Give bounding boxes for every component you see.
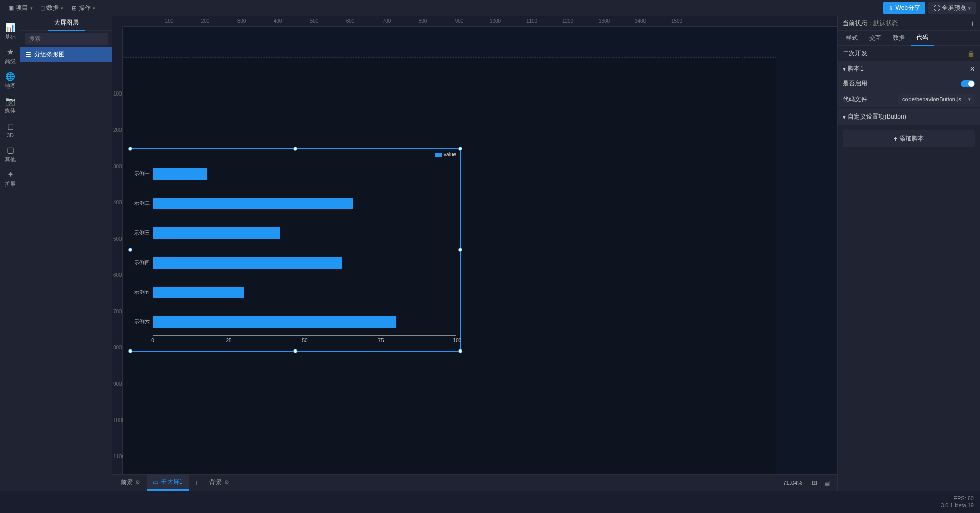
btab-label: 背景	[209, 478, 222, 487]
fit-screen-button[interactable]: ⊞	[810, 479, 819, 487]
chevron-down-icon: ▾	[61, 6, 63, 11]
add-tab-button[interactable]: +	[189, 476, 203, 490]
selected-chart[interactable]: value 示例一示例二示例三示例四示例五示例六 0255075100	[130, 148, 461, 352]
props-state-header: 当前状态： 默认状态 +	[838, 16, 980, 31]
layout-button[interactable]: ▤	[823, 479, 831, 487]
chevron-down-icon: ▾	[93, 6, 95, 11]
caret-down-icon: ▾	[843, 65, 846, 73]
close-icon[interactable]: ✕	[970, 65, 975, 73]
puzzle-icon: ✦	[7, 170, 14, 179]
lock-icon[interactable]: 🔒	[967, 50, 975, 57]
props-tabs: 样式 交互 数据 代码	[838, 31, 980, 46]
section-title: 二次开发	[843, 49, 867, 58]
sidebar-item-map[interactable]: 🌐地图	[0, 68, 20, 93]
sidebar-item-other[interactable]: ▢其他	[0, 142, 20, 167]
bottom-tab-bar: 前景 ⚙ ▭ 子大屏1 + 背景 ⚙ 71.04% ⊞ ▤	[112, 474, 837, 491]
legend-label: value	[444, 152, 456, 157]
script-block: ▾ 脚本1 ✕ 是否启用 代码文件 code/behavior/Button.j…	[838, 61, 980, 107]
tab-data[interactable]: 数据	[888, 31, 910, 45]
custom-settings-label: 自定义设置项(Button)	[848, 112, 906, 121]
category-sidebar: 📊基础 ★高级 🌐地图 📷媒体 ◻3D ▢其他 ✦扩展	[0, 16, 20, 491]
expand-icon: ⛶	[934, 5, 940, 12]
sidebar-item-advanced[interactable]: ★高级	[0, 44, 20, 68]
search-input[interactable]	[25, 33, 108, 45]
enable-toggle[interactable]	[961, 80, 975, 87]
globe-icon: 🌐	[5, 72, 15, 81]
fullscreen-label: 全屏预览	[942, 4, 966, 12]
top-toolbar: ▣ 项目 ▾ ⌸ 数据 ▾ ⊞ 操作 ▾ ⇪ Web分享 ⛶ 全屏预览 ▾	[0, 0, 980, 16]
add-script-button[interactable]: + 添加脚本	[843, 130, 975, 147]
web-share-button[interactable]: ⇪ Web分享	[883, 2, 925, 14]
chart-bar	[153, 287, 244, 298]
chart-bar	[153, 227, 280, 239]
plus-icon: +	[894, 135, 897, 143]
operation-menu[interactable]: ⊞ 操作 ▾	[67, 2, 100, 14]
chart-x-axis: 0255075100	[153, 337, 456, 345]
state-label: 当前状态：	[843, 19, 873, 28]
code-file-select[interactable]: code/behavior/Button.js ▾	[898, 94, 975, 104]
grid-icon: ⊞	[71, 5, 77, 12]
sidebar-item-extension[interactable]: ✦扩展	[0, 167, 20, 191]
y-axis-line	[153, 159, 153, 336]
sidebar-item-basic[interactable]: 📊基础	[0, 19, 20, 44]
share-icon: ⇪	[889, 5, 894, 12]
add-script-label: 添加脚本	[899, 134, 924, 143]
chart-inner: value 示例一示例二示例三示例四示例五示例六 0255075100	[130, 149, 460, 351]
gear-icon[interactable]: ⚙	[135, 479, 140, 486]
chevron-down-icon: ▾	[30, 6, 33, 11]
tab-code[interactable]: 代码	[911, 30, 934, 46]
code-file-label: 代码文件	[843, 95, 867, 104]
zoom-percentage: 71.04%	[779, 480, 806, 486]
screen-icon: ▭	[153, 479, 158, 486]
gear-icon[interactable]: ⚙	[224, 479, 229, 486]
camera-icon: 📷	[5, 96, 15, 106]
state-value: 默认状态	[873, 19, 898, 28]
project-menu[interactable]: ▣ 项目 ▾	[4, 2, 37, 14]
fps-counter: FPS: 60	[953, 495, 974, 501]
data-menu[interactable]: ⌸ 数据 ▾	[37, 2, 67, 14]
cube-icon: ◻	[7, 122, 14, 131]
add-state-button[interactable]: +	[971, 19, 975, 28]
ruler-corner	[112, 16, 123, 27]
chart-icon: 📊	[5, 22, 15, 32]
chart-bar	[153, 168, 207, 180]
layers-tab[interactable]: 大屏图层	[48, 15, 85, 31]
bars-icon: ☰	[26, 51, 31, 58]
custom-settings-header[interactable]: ▾ 自定义设置项(Button)	[838, 108, 980, 125]
enable-label: 是否启用	[843, 79, 867, 88]
x-axis-line	[153, 335, 456, 336]
layer-item[interactable]: ☰ 分组条形图	[20, 47, 112, 62]
ruler-horizontal: 1002003004005006007008009001000110012001…	[123, 16, 837, 27]
section-secondary-dev: 二次开发 🔒	[838, 46, 980, 61]
star-icon: ★	[7, 47, 14, 57]
version-label: 3.0.1-beta.19	[941, 502, 974, 508]
bottom-tab-subscreen1[interactable]: ▭ 子大屏1	[147, 475, 189, 491]
legend-swatch	[435, 153, 442, 157]
btab-label: 前景	[121, 478, 133, 487]
layer-item-label: 分组条形图	[34, 50, 65, 59]
layers-panel: 大屏图层 ☰ 分组条形图	[20, 16, 112, 491]
box-icon: ▢	[7, 145, 14, 155]
chevron-down-icon: ▾	[968, 6, 971, 11]
bottom-tab-foreground[interactable]: 前景 ⚙	[114, 475, 147, 490]
chevron-down-icon: ▾	[968, 97, 971, 102]
project-label: 项目	[16, 4, 28, 12]
code-file-value: code/behavior/Button.js	[902, 96, 961, 102]
status-bar: FPS: 60 3.0.1-beta.19	[0, 491, 980, 513]
sidebar-item-media[interactable]: 📷媒体	[0, 93, 20, 118]
script-header[interactable]: ▾ 脚本1 ✕	[838, 61, 980, 76]
canvas-area[interactable]: 1002003004005006007008009001000110012001…	[112, 16, 837, 491]
web-share-label: Web分享	[896, 4, 920, 12]
fullscreen-button[interactable]: ⛶ 全屏预览 ▾	[928, 2, 976, 14]
folder-icon: ▣	[8, 5, 14, 12]
tab-style[interactable]: 样式	[841, 31, 863, 45]
sidebar-item-3d[interactable]: ◻3D	[0, 118, 20, 142]
script-title: 脚本1	[848, 64, 864, 73]
chart-bar	[153, 316, 396, 328]
tab-interaction[interactable]: 交互	[864, 31, 887, 45]
chart-plot: 示例一示例二示例三示例四示例五示例六 0255075100	[153, 159, 456, 336]
chart-legend: value	[435, 152, 456, 157]
chart-bar	[153, 198, 353, 209]
bottom-tab-background[interactable]: 背景 ⚙	[203, 475, 235, 490]
btab-label: 子大屏1	[161, 478, 183, 486]
